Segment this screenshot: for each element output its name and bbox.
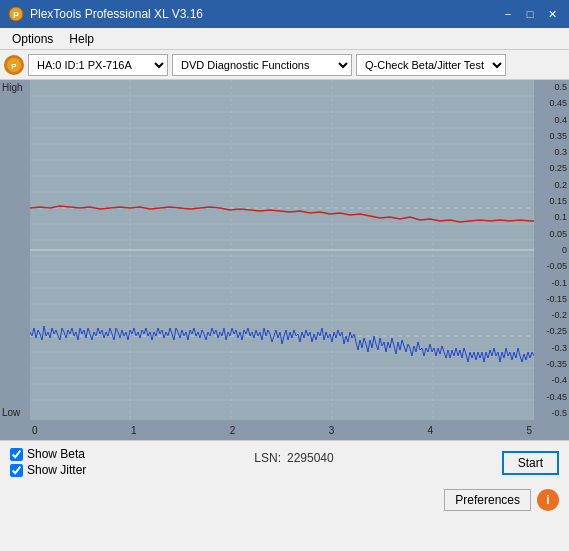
title-bar: P PlexTools Professional XL V3.16 − □ ✕ xyxy=(0,0,569,28)
show-beta-checkbox-label[interactable]: Show Beta xyxy=(10,447,86,461)
window-title: PlexTools Professional XL V3.16 xyxy=(30,7,499,21)
chart-svg xyxy=(30,80,534,420)
show-jitter-label: Show Jitter xyxy=(27,463,86,477)
menu-bar: Options Help xyxy=(0,28,569,50)
svg-text:P: P xyxy=(13,10,19,20)
jitter-line xyxy=(30,326,534,362)
chart-y-low: Low xyxy=(2,407,20,418)
lsn-value: 2295040 xyxy=(287,451,334,465)
close-button[interactable]: ✕ xyxy=(543,6,561,22)
show-jitter-checkbox-label[interactable]: Show Jitter xyxy=(10,463,86,477)
start-button[interactable]: Start xyxy=(502,451,559,475)
menu-item-help[interactable]: Help xyxy=(61,30,102,48)
chart-area xyxy=(30,80,534,420)
bottom-panel: Show Beta Show Jitter LSN: 2295040 Start… xyxy=(0,440,569,551)
plextools-icon: P xyxy=(4,55,24,75)
chart-labels-right: 0.5 0.45 0.4 0.35 0.3 0.25 0.2 0.15 0.1 … xyxy=(534,80,569,420)
minimize-button[interactable]: − xyxy=(499,6,517,22)
chart-container: High Low 0.5 0.45 0.4 0.35 0.3 0.25 0.2 … xyxy=(0,80,569,440)
chart-y-high: High xyxy=(2,82,23,93)
device-select[interactable]: HA:0 ID:1 PX-716A xyxy=(28,54,168,76)
chart-x-labels: 0 1 2 3 4 5 xyxy=(30,420,534,440)
lsn-label: LSN: xyxy=(254,451,281,465)
maximize-button[interactable]: □ xyxy=(521,6,539,22)
info-button[interactable]: i xyxy=(537,489,559,511)
function-select[interactable]: DVD Diagnostic Functions xyxy=(172,54,352,76)
preferences-button[interactable]: Preferences xyxy=(444,489,531,511)
show-beta-label: Show Beta xyxy=(27,447,85,461)
show-jitter-checkbox[interactable] xyxy=(10,464,23,477)
menu-item-options[interactable]: Options xyxy=(4,30,61,48)
show-beta-checkbox[interactable] xyxy=(10,448,23,461)
test-select[interactable]: Q-Check Beta/Jitter Test xyxy=(356,54,506,76)
app-icon: P xyxy=(8,6,24,22)
toolbar: P HA:0 ID:1 PX-716A DVD Diagnostic Funct… xyxy=(0,50,569,80)
svg-text:P: P xyxy=(11,62,17,71)
